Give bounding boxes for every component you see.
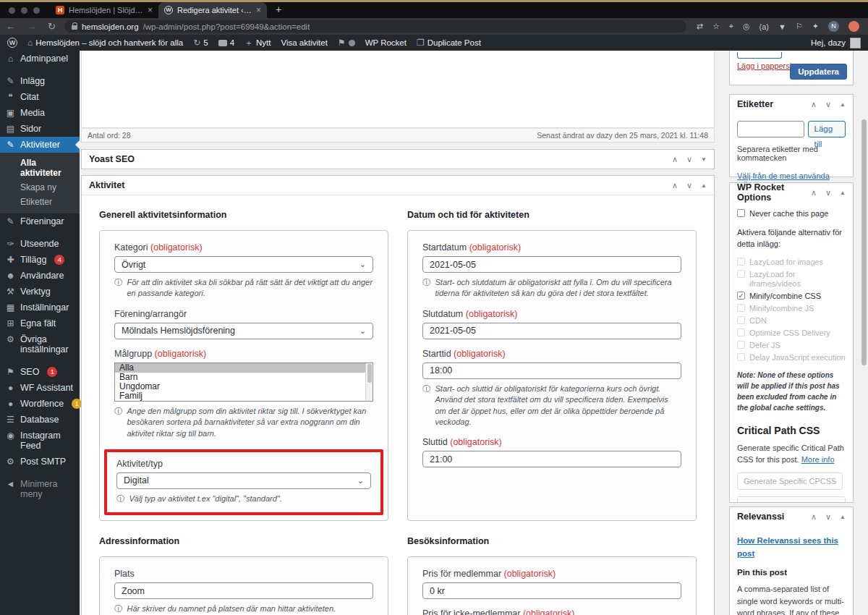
move-down-icon[interactable]: ∨ [686, 181, 692, 190]
add-tag-button[interactable]: Lägg till [808, 121, 846, 137]
multiselect-scrollbar[interactable] [365, 363, 373, 401]
sidebar-item-installningar[interactable]: ▦Inställningar [0, 300, 80, 315]
submenu-item-skapa-ny[interactable]: Skapa ny [0, 180, 80, 195]
adminbar-wp-rocket[interactable]: WP Rocket [365, 38, 407, 47]
profile-icon[interactable] [848, 21, 859, 32]
adminbar-account[interactable]: Hej, dazy [811, 38, 861, 48]
malgrupp-option-familj[interactable]: Familj [115, 391, 373, 401]
relevanssi-link[interactable]: How Relevanssi sees this post [737, 536, 838, 558]
move-up-icon[interactable]: ∧ [672, 155, 678, 164]
submenu-item-etiketter[interactable]: Etiketter [0, 195, 80, 209]
sidebar-item-inlagg[interactable]: ✎Inlägg [0, 73, 80, 89]
submenu-item-alla-aktiviteter[interactable]: Alla aktiviteter [0, 156, 80, 180]
adminbar-duplicate-post[interactable]: ❐Duplicate Post [417, 38, 481, 48]
adminbar-yoast[interactable]: ⚑ [338, 38, 355, 48]
kategori-select[interactable]: Övrigt⌄ [114, 256, 373, 273]
browser-tab-active[interactable]: W Redigera aktivitet ‹ Hemslöjden × [158, 2, 267, 18]
toggle-panel-icon[interactable]: ▼ [701, 156, 707, 163]
sluttid-input[interactable]: 21:00 [422, 451, 681, 467]
move-up-icon[interactable]: ∧ [811, 188, 817, 198]
browser-tab-inactive[interactable]: H Hemslöjden | Slöjd & hantverk × [50, 2, 158, 18]
post-content-editor[interactable] [81, 51, 715, 128]
toggle-panel-icon[interactable]: ▲ [840, 190, 846, 196]
forening-select[interactable]: Mölndals Hemslöjdsförening⌄ [114, 323, 373, 339]
sidebar-item-anvandare[interactable]: ☻Användare [0, 268, 80, 284]
preview-button-partial[interactable] [737, 52, 782, 59]
wordpress-logo-icon[interactable]: W [7, 38, 17, 48]
relevanssi-header[interactable]: Relevanssi ∧∨▲ [730, 507, 853, 526]
aktivitet-header[interactable]: Aktivitet ∧∨▲ [82, 176, 714, 195]
extension-flag-icon[interactable]: ⚐ [796, 22, 803, 31]
close-window-button[interactable] [9, 7, 15, 14]
sidebar-item-sidor[interactable]: ▤Sidor [0, 121, 80, 137]
sidebar-item-citat[interactable]: ❝Citat [0, 89, 80, 105]
sidebar-item-database[interactable]: ☰Database [0, 412, 80, 428]
sidebar-item-seo[interactable]: ⚑SEO1 [0, 364, 80, 380]
toggle-panel-icon[interactable]: ▲ [840, 514, 846, 520]
etiketter-header[interactable]: Etiketter ∧∨▲ [730, 95, 853, 114]
move-up-icon[interactable]: ∧ [672, 181, 678, 190]
sidebar-item-egna-falt[interactable]: ⊞Egna fält [0, 315, 80, 331]
move-down-icon[interactable]: ∨ [825, 512, 831, 522]
option-minify-css[interactable]: Minify/combine CSS [737, 292, 846, 301]
page-scrollbar[interactable] [861, 119, 867, 365]
never-cache-checkbox[interactable]: Never cache this page [737, 209, 846, 219]
sidebar-item-verktyg[interactable]: ⚒Verktyg [0, 284, 80, 300]
close-tab-icon[interactable]: × [256, 5, 261, 15]
new-tab-button[interactable]: + [267, 4, 290, 18]
yoast-seo-header[interactable]: Yoast SEO ∧∨▼ [82, 150, 714, 169]
adminbar-updates[interactable]: ↻5 [193, 38, 208, 48]
reload-icon[interactable]: ↻ [42, 21, 61, 32]
tag-input[interactable] [737, 121, 804, 137]
wp-rocket-header[interactable]: WP Rocket Options ∧∨▲ [730, 183, 853, 202]
address-bar[interactable]: hemslojden.org/wp-admin/post.php?post=69… [64, 20, 686, 33]
zoom-window-button[interactable] [33, 7, 40, 14]
sidebar-item-utseende[interactable]: ✑Utseende [0, 236, 80, 252]
move-down-icon[interactable]: ∨ [686, 155, 692, 164]
sidebar-item-foreningar[interactable]: ✎Föreningar [0, 213, 80, 229]
bookmark-star-icon[interactable]: ☆ [712, 22, 720, 31]
adminbar-view-activity[interactable]: Visa aktivitet [281, 38, 328, 47]
move-up-icon[interactable]: ∧ [811, 100, 817, 109]
sidebar-item-instagram-feed[interactable]: ◉Instagram Feed [0, 428, 80, 454]
extension-pin-icon[interactable]: ⌖ [729, 22, 733, 31]
update-button[interactable]: Uppdatera [790, 64, 847, 80]
malgrupp-option-alla[interactable]: Alla [115, 363, 373, 373]
sidebar-item-tillagg[interactable]: ✚Tillägg4 [0, 252, 80, 268]
sidebar-item-aktiviteter[interactable]: ✎Aktiviteter [0, 137, 80, 153]
plats-input[interactable]: Zoom [114, 582, 373, 599]
forward-icon[interactable]: → [21, 21, 42, 32]
move-down-icon[interactable]: ∨ [825, 188, 831, 198]
sidebar-item-wordfence[interactable]: ●Wordfence1 [0, 396, 80, 412]
startdatum-input[interactable]: 2021-05-05 [422, 256, 681, 273]
extension-a-icon[interactable]: (a) [760, 22, 769, 31]
starttid-input[interactable]: 18:00 [422, 362, 681, 379]
minimize-window-button[interactable] [21, 7, 27, 14]
sidebar-item-wf-assistant[interactable]: ●WF Assistant [0, 380, 80, 396]
pris-medlemmar-input[interactable]: 0 kr [422, 582, 681, 599]
back-icon[interactable]: ← [0, 21, 21, 32]
more-info-link[interactable]: More info [801, 455, 835, 464]
darkreader-icon[interactable]: ▼ [778, 22, 786, 31]
move-down-icon[interactable]: ∨ [825, 100, 831, 109]
sidebar-item-collapse-menu[interactable]: ◄Minimera meny [0, 476, 80, 502]
sidebar-item-adminpanel[interactable]: ⌂Adminpanel [0, 51, 80, 67]
adminbar-comments[interactable]: 4 [218, 38, 234, 47]
close-tab-icon[interactable]: × [148, 5, 153, 15]
sidebar-item-media[interactable]: ▣Media [0, 105, 80, 121]
puzzle-icon[interactable]: ✦ [812, 22, 819, 31]
toggle-panel-icon[interactable]: ▲ [701, 182, 707, 189]
slutdatum-input[interactable]: 2021-05-05 [422, 323, 681, 339]
malgrupp-option-ungdomar[interactable]: Ungdomar [115, 382, 373, 391]
move-up-icon[interactable]: ∧ [811, 512, 817, 522]
sidebar-item-post-smtp[interactable]: ⚙Post SMTP [0, 454, 80, 470]
adminbar-new[interactable]: ＋Nytt [244, 37, 271, 49]
toggle-panel-icon[interactable]: ▲ [840, 101, 846, 108]
aktivitet-typ-select[interactable]: Digital⌄ [116, 472, 371, 489]
malgrupp-multiselect[interactable]: Alla Barn Ungdomar Familj Pedagoger [114, 362, 373, 402]
sidebar-item-ovriga-installningar[interactable]: ⚙Övriga inställningar [0, 331, 80, 357]
extension-circle-icon[interactable]: ◎ [743, 22, 750, 31]
translate-icon[interactable]: ⇄ [697, 22, 703, 31]
browser-avatar[interactable]: N [828, 21, 839, 32]
adminbar-site-name[interactable]: ⌂Hemslöjden – slöjd och hantverk för all… [27, 38, 183, 48]
